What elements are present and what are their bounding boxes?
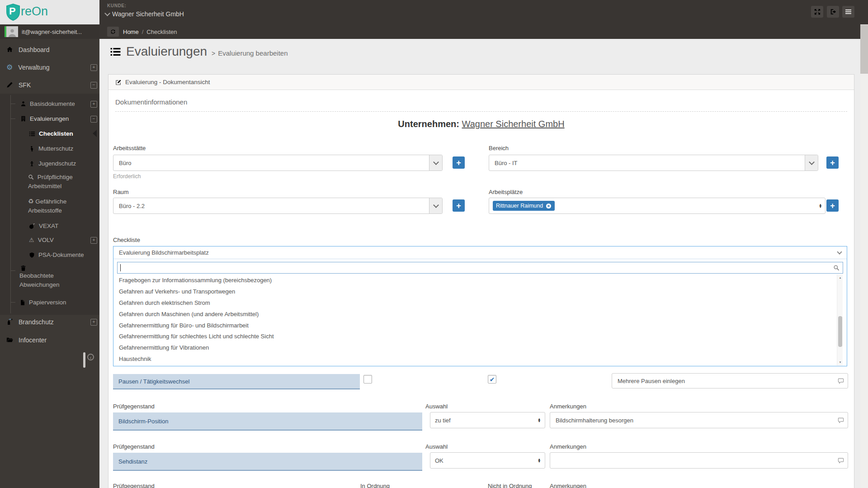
select-dropdown-addon[interactable] bbox=[429, 198, 442, 213]
add-raum-button[interactable]: + bbox=[453, 199, 465, 212]
nicht-in-ordnung-checkbox[interactable]: ✔ bbox=[488, 375, 496, 384]
page-scrollbar-thumb[interactable] bbox=[860, 25, 868, 74]
plus-icon: + bbox=[456, 202, 461, 210]
pruefgegenstand-pausen[interactable]: Pausen / Tätigkeitswechsel bbox=[113, 374, 360, 389]
fullscreen-button[interactable] bbox=[811, 6, 823, 18]
remove-tag-icon[interactable] bbox=[546, 203, 552, 209]
sehdistanz-auswahl-select[interactable]: OK ▴ ▾ bbox=[430, 452, 545, 469]
sidebar-item-gefaehrliche-arbeitsstoffe[interactable]: ♻ Gefährliche Arbeitsstoffe bbox=[0, 197, 97, 215]
scroll-up-icon[interactable]: ▴ bbox=[837, 276, 843, 280]
sidebar-item-psa-dokumente[interactable]: PSA-Dokumente bbox=[0, 247, 99, 262]
checkliste-option[interactable]: Gefahren auf Verkehrs- und Transportwege… bbox=[113, 286, 837, 297]
arbeitsplatz-tag: Rittnauer Raimund bbox=[493, 201, 555, 211]
sidebar-scrollbar-thumb[interactable] bbox=[83, 352, 85, 368]
sidebar-item-pruefpflichtige-arbeitsmittel[interactable]: Prüfpflichtige Arbeitsmittel bbox=[0, 173, 97, 191]
add-arbeitsstaette-button[interactable]: + bbox=[453, 156, 465, 169]
warning-icon: ⚠ bbox=[29, 237, 34, 243]
pausen-anmerkung-input[interactable] bbox=[612, 378, 837, 384]
sidebar-item-label: Beobachtete bbox=[19, 271, 94, 280]
arbeitsstaette-select[interactable]: Büro bbox=[113, 155, 443, 171]
checkliste-option[interactable]: Haustechnik bbox=[113, 353, 837, 365]
arbeitsstaette-label: Arbeitsstätte bbox=[113, 145, 146, 152]
sidebar-item-mutterschutz[interactable]: Mutterschutz bbox=[0, 141, 99, 156]
refresh-button[interactable] bbox=[107, 27, 119, 37]
search-icon bbox=[833, 265, 840, 271]
dropdown-scrollbar-thumb[interactable] bbox=[838, 316, 842, 347]
checkliste-option[interactable]: Gefahrenermittlung für Büro- und Bildsch… bbox=[113, 320, 837, 331]
add-bereich-button[interactable]: + bbox=[826, 156, 839, 169]
sidebar-item-jugendschutz[interactable]: Jugendschutz bbox=[0, 156, 99, 171]
company-label: Unternehmen: bbox=[398, 119, 459, 129]
updown-spinner-icon[interactable]: ▴ ▾ bbox=[819, 204, 821, 208]
raum-select[interactable]: Büro - 2.2 bbox=[113, 198, 443, 214]
sidebar-item-beobachtete-abweichungen[interactable]: Beobachtete Abweichungen bbox=[19, 265, 94, 289]
scroll-down-icon[interactable]: ▾ bbox=[837, 360, 843, 364]
sidebar-item-verwaltung[interactable]: ⚙ Verwaltung + bbox=[0, 58, 99, 76]
bildschirm-position-anmerkung-input[interactable] bbox=[550, 417, 837, 424]
comment-icon[interactable] bbox=[837, 378, 844, 384]
logout-button[interactable] bbox=[827, 6, 839, 18]
sidebar-item-checklisten[interactable]: Checklisten bbox=[0, 126, 99, 141]
checkliste-dropdown: Evaluierung Bildschirmarbeitsplatz Frage… bbox=[113, 246, 847, 366]
user-email[interactable]: it@wagner-sicherheit... bbox=[22, 24, 82, 39]
company-line: Unternehmen: Wagner Sicherheit GmbH bbox=[108, 119, 854, 129]
dropdown-scrollbar[interactable]: ▴ ▾ bbox=[837, 275, 843, 365]
checkliste-option[interactable]: Gefahrenermittlung für Vibrationen bbox=[113, 342, 837, 353]
sidebar-item-volv[interactable]: ⚠ VOLV + bbox=[0, 232, 99, 247]
collapse-minus-icon[interactable]: − bbox=[90, 82, 97, 89]
sidebar-item-evaluierungen[interactable]: Evaluierungen − bbox=[0, 111, 99, 126]
refresh-icon bbox=[110, 29, 116, 34]
checkliste-option-list: Fragebogen zur Informationssammlung (ber… bbox=[113, 275, 837, 366]
checkliste-option[interactable]: Fragebogen zur Informationssammlung (ber… bbox=[113, 275, 837, 286]
sidebar-collapse-button[interactable]: ‹ bbox=[87, 354, 94, 360]
sidebar-item-dashboard[interactable]: Dashboard bbox=[0, 41, 99, 58]
chevron-down-icon bbox=[433, 159, 439, 165]
home-icon bbox=[6, 46, 13, 53]
pruefgegenstand-label: Prüfgegenstand bbox=[113, 443, 155, 450]
kunde-label: KUNDE: bbox=[107, 3, 127, 8]
in-ordnung-checkbox[interactable] bbox=[363, 375, 372, 384]
person-icon bbox=[20, 101, 26, 107]
sidebar-item-papierversion[interactable]: Papierversion bbox=[0, 295, 99, 310]
checkliste-option[interactable]: Gefahren durch Maschinen (und andere Arb… bbox=[113, 308, 837, 320]
page-title-separator: > bbox=[212, 50, 215, 57]
pruefgegenstand-sehdistanz[interactable]: Sehdistanz bbox=[113, 453, 422, 471]
select-dropdown-addon[interactable] bbox=[805, 155, 818, 171]
comment-icon[interactable] bbox=[837, 457, 844, 464]
checkliste-search-input[interactable] bbox=[121, 265, 833, 271]
checkliste-option[interactable]: Gefahren durch elektrischen Strom bbox=[113, 297, 837, 308]
collapse-minus-icon[interactable]: − bbox=[90, 116, 97, 123]
page-title-row: Evaluierungen > Evaluierung bearbeiten bbox=[110, 44, 288, 59]
company-link[interactable]: Wagner Sicherheit GmbH bbox=[462, 119, 565, 129]
edit-square-icon bbox=[115, 79, 122, 85]
pruefgegenstand-bildschirm-position[interactable]: Bildschirm-Position bbox=[113, 412, 422, 431]
expand-plus-icon[interactable]: + bbox=[90, 64, 97, 71]
arbeitsplaetze-label: Arbeitsplätze bbox=[489, 189, 523, 195]
bereich-select[interactable]: Büro - IT bbox=[489, 155, 818, 171]
sehdistanz-anmerkung-input[interactable] bbox=[550, 457, 837, 464]
expand-plus-icon[interactable]: + bbox=[90, 101, 97, 108]
arbeitsplaetze-multiselect[interactable]: Rittnauer Raimund ▴ ▾ bbox=[489, 198, 826, 214]
sidebar-item-sfk[interactable]: SFK − bbox=[0, 76, 99, 94]
kunde-selector[interactable]: Wagner Sicherheit GmbH bbox=[105, 10, 184, 18]
checkliste-option[interactable]: Gefahrenermittlung für schlechtes Licht … bbox=[113, 331, 837, 342]
sidebar-item-basisdokumente[interactable]: Basisdokumente + bbox=[0, 96, 99, 111]
add-arbeitsplatz-button[interactable]: + bbox=[826, 199, 839, 212]
breadcrumb-home[interactable]: Home bbox=[123, 28, 139, 35]
list-icon bbox=[29, 131, 35, 137]
menu-button[interactable] bbox=[842, 6, 854, 18]
sidebar-item-brandschutz[interactable]: Brandschutz + bbox=[0, 313, 99, 331]
page-scrollbar[interactable] bbox=[860, 24, 868, 488]
plus-icon: + bbox=[830, 202, 835, 210]
expand-plus-icon[interactable]: + bbox=[90, 237, 97, 244]
checkliste-selected-value[interactable]: Evaluierung Bildschirmarbeitsplatz bbox=[113, 246, 847, 259]
select-dropdown-addon[interactable] bbox=[429, 155, 442, 171]
avatar[interactable] bbox=[6, 26, 18, 37]
bildschirm-position-auswahl-select[interactable]: zu tief ▴ ▾ bbox=[430, 412, 545, 428]
sidebar-item-vexat[interactable]: VEXAT bbox=[0, 218, 99, 233]
expand-plus-icon[interactable]: + bbox=[90, 319, 97, 326]
pruefgegenstand-name: Bildschirm-Position bbox=[118, 418, 169, 425]
comment-icon[interactable] bbox=[837, 417, 844, 424]
sidebar-item-infocenter[interactable]: Infocenter bbox=[0, 331, 99, 349]
shield-icon bbox=[29, 252, 35, 258]
